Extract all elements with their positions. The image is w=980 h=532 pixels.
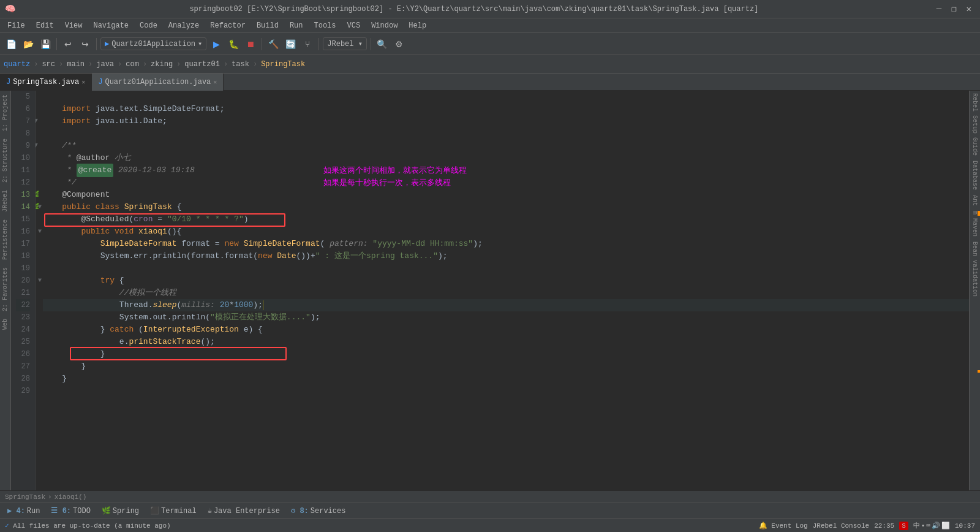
code-line-15: @Scheduled ( cron = "0/10 * * * * ?" ) <box>43 213 969 226</box>
menu-code[interactable]: Code <box>135 20 162 31</box>
close-tab-quartz01[interactable]: ✕ <box>213 78 217 86</box>
file-tab-quartz01app[interactable]: J Quartz01Application.java ✕ <box>92 74 224 91</box>
jrebel-selector[interactable]: JRebel ▾ <box>323 37 367 50</box>
breadcrumb-springtask[interactable]: SpringTask <box>5 493 45 501</box>
settings-button[interactable]: ⚙ <box>392 37 407 51</box>
spring-icon: 🌿 <box>102 506 111 515</box>
code-line-20: ▼ try { <box>43 275 969 287</box>
file-tab-icon-quartz01: J <box>98 78 102 86</box>
statusbar: ✓ All files are up-to-date (a minute ago… <box>0 519 980 532</box>
line-numbers: 5 6 7 8 9 10 11 12 13 14 15 16 17 18 19 … <box>11 91 36 490</box>
file-tab-springtask[interactable]: J SpringTask.java ✕ <box>0 74 92 91</box>
run-config-selector[interactable]: ▶ Quartz01Application ▾ <box>100 37 206 50</box>
save-button[interactable]: 💾 <box>38 37 53 51</box>
event-log-button[interactable]: 🔔 Event Log <box>759 522 808 530</box>
run-button[interactable]: ▶ <box>209 37 224 51</box>
stop-button[interactable]: ⏹ <box>243 37 258 51</box>
jrebel-label: JRebel ▾ <box>327 39 363 48</box>
nav-src[interactable]: src <box>42 60 55 69</box>
panel-bean-validation[interactable]: Bean validation <box>970 239 979 299</box>
tab-spring[interactable]: 🌿 Spring <box>97 505 144 517</box>
toolbar: 📄 📂 💾 ↩ ↪ ▶ Quartz01Application ▾ ▶ 🐛 ⏹ … <box>0 33 980 55</box>
file-tab-name-quartz01: Quartz01Application.java <box>105 78 211 86</box>
code-line-22: Thread . sleep ( millis: 20 * 1000 ); <box>43 299 969 311</box>
debug-button[interactable]: 🐛 <box>226 37 241 51</box>
panel-structure[interactable]: 2: Structure <box>1 135 10 186</box>
tab-run[interactable]: ▶ 4: Run <box>2 505 45 517</box>
build-button[interactable]: 🔨 <box>266 37 281 51</box>
menu-window[interactable]: Window <box>366 20 402 31</box>
redo-button[interactable]: ↪ <box>78 37 92 51</box>
minimize-button[interactable]: — <box>933 4 945 14</box>
tab-java-enterprise[interactable]: ☕ Java Enterprise <box>203 505 285 517</box>
breadcrumb-xiaoqi[interactable]: xiaoqi() <box>55 493 87 501</box>
menu-build[interactable]: Build <box>252 20 284 31</box>
code-line-10: * @author 小七 <box>43 152 969 164</box>
menu-file[interactable]: File <box>2 20 30 31</box>
menu-view[interactable]: View <box>60 20 88 31</box>
window-controls[interactable]: — ❐ ✕ <box>933 4 975 14</box>
tab-terminal[interactable]: ⬛ Terminal <box>145 505 202 517</box>
panel-jrebel[interactable]: JRebel <box>1 186 10 216</box>
code-line-16: ▼ public void xiaoqi (){ <box>43 226 969 238</box>
time-display: 22:35 <box>874 522 894 530</box>
input-method-icons: 中 • ⌨ 🔊 ⬜ <box>913 521 950 530</box>
nav-quartz01[interactable]: quartz01 <box>184 60 220 69</box>
open-button[interactable]: 📂 <box>21 37 36 51</box>
menu-tools[interactable]: Tools <box>309 20 341 31</box>
nav-quartz[interactable]: quartz <box>4 60 30 69</box>
menu-refactor[interactable]: Refactor <box>205 20 251 31</box>
nav-main[interactable]: main <box>67 60 85 69</box>
terminal-icon: ⬛ <box>150 506 159 515</box>
menu-vcs[interactable]: VCS <box>342 20 366 31</box>
sync-button[interactable]: 🔄 <box>283 37 298 51</box>
code-line-9: ▼ /** <box>43 140 969 152</box>
panel-persistence[interactable]: Persistence <box>1 216 10 264</box>
menu-help[interactable]: Help <box>404 20 431 31</box>
new-file-button[interactable]: 📄 <box>4 37 18 51</box>
code-container: 5 6 7 8 9 10 11 12 13 14 15 16 17 18 19 … <box>11 91 969 490</box>
panel-web[interactable]: Web <box>1 315 10 333</box>
search-button[interactable]: 🔍 <box>375 37 390 51</box>
status-right: 🔔 Event Log JRebel Console 22:35 S 中 • ⌨… <box>759 521 975 530</box>
close-button[interactable]: ✕ <box>963 4 975 14</box>
code-line-28: } <box>43 373 969 385</box>
maximize-button[interactable]: ❐ <box>948 4 960 14</box>
code-line-27: } <box>43 360 969 373</box>
nav-zking[interactable]: zking <box>151 60 173 69</box>
file-tab-icon-springtask: J <box>6 78 10 86</box>
menu-analyze[interactable]: Analyze <box>164 20 204 31</box>
undo-button[interactable]: ↩ <box>61 37 75 51</box>
code-line-29 <box>43 385 969 397</box>
close-tab-springtask[interactable]: ✕ <box>81 78 85 86</box>
code-lines[interactable]: 如果这两个时间相加，就表示它为单线程如果是每十秒执行一次，表示多线程 impor… <box>36 91 969 490</box>
editor-area[interactable]: 5 6 7 8 9 10 11 12 13 14 15 16 17 18 19 … <box>11 91 969 490</box>
nav-breadcrumb: quartz › src › main › java › com › zking… <box>0 55 980 74</box>
nav-springtask[interactable]: SpringTask <box>261 60 305 69</box>
panel-project[interactable]: 1: Project <box>1 91 10 135</box>
nav-com[interactable]: com <box>126 60 139 69</box>
tab-services[interactable]: ⚙ 8: Services <box>286 505 350 517</box>
right-panel: Rebel Setup Guide Database Ant m Maven B… <box>969 91 980 490</box>
status-text: All files are up-to-date (a minute ago) <box>13 522 170 530</box>
status-message: ✓ All files are up-to-date (a minute ago… <box>5 522 754 530</box>
scroll-indicator-orange2 <box>978 370 980 373</box>
nav-java[interactable]: java <box>96 60 114 69</box>
panel-database[interactable]: Database <box>970 158 979 192</box>
git-button[interactable]: ⑂ <box>300 37 315 51</box>
nav-task[interactable]: task <box>232 60 249 69</box>
panel-ant[interactable]: Ant <box>970 192 979 208</box>
bottom-tabs: ▶ 4: Run ☰ 6: TODO 🌿 Spring ⬛ Terminal ☕… <box>0 503 980 519</box>
panel-favorites[interactable]: 2: Favorites <box>1 264 10 315</box>
menu-edit[interactable]: Edit <box>31 20 59 31</box>
tab-todo[interactable]: ☰ 6: TODO <box>46 505 95 517</box>
jrebel-console-button[interactable]: JRebel Console <box>813 522 869 530</box>
code-line-5 <box>43 91 969 103</box>
code-line-18: System .err.println(format.format( new D… <box>43 250 969 262</box>
titlebar: 🧠 springboot02 [E:\Y2\SpringBoot\springb… <box>0 0 980 18</box>
sogou-icon[interactable]: S <box>899 522 908 530</box>
left-panel-icons: 1: Project 2: Structure JRebel Persisten… <box>0 91 11 490</box>
menu-run[interactable]: Run <box>285 20 308 31</box>
menu-navigate[interactable]: Navigate <box>88 20 134 31</box>
panel-rebel-setup[interactable]: Rebel Setup Guide <box>970 91 979 158</box>
